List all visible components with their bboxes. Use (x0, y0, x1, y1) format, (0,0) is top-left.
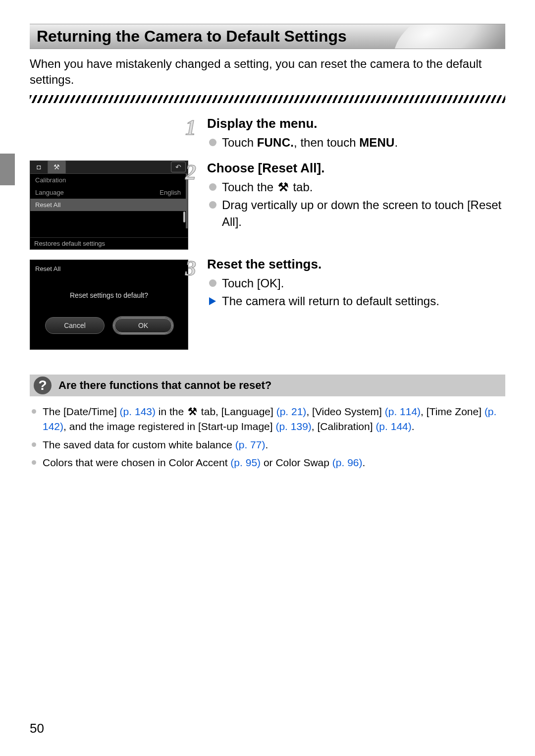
row-label: Language (35, 189, 64, 196)
step-text: , then touch (294, 136, 359, 149)
menu-row-empty (30, 211, 186, 223)
page-number: 50 (30, 721, 44, 736)
note-heading: Are there functions that cannot be reset… (58, 379, 271, 392)
step-line: Touch FUNC., then touch MENU. (207, 134, 505, 151)
note-text: , [Calibration] (312, 421, 376, 432)
question-mark-icon: ? (34, 377, 52, 394)
menu-row-reset-all[interactable]: Reset All (30, 199, 186, 211)
note-item: The saved data for custom white balance … (30, 437, 505, 452)
camera-screen-menu: ◘ ⚒ ↶ Calibration Language English (30, 161, 188, 250)
note-text: , [Video System] (306, 406, 384, 417)
step-number: 3 (185, 256, 196, 281)
step-line: Drag vertically up or down the screen to… (207, 197, 505, 230)
dialog-title: Reset All (34, 264, 184, 280)
steps-column: 1 Display the menu. Touch FUNC., then to… (202, 116, 505, 360)
step-text: Touch the (222, 180, 277, 194)
intro-text: When you have mistakenly changed a setti… (30, 56, 505, 88)
page-reference[interactable]: (p. 96) (332, 457, 363, 468)
note-text: . (363, 457, 366, 468)
step-number: 1 (185, 115, 196, 140)
note-text: , [Time Zone] (421, 406, 484, 417)
step-text: Touch (222, 136, 257, 149)
bullet-dot-icon (209, 201, 216, 209)
side-tab (0, 154, 15, 185)
step-line: The camera will return to default settin… (207, 293, 505, 310)
page-reference[interactable]: (p. 77) (235, 439, 266, 450)
hatched-divider (30, 95, 505, 103)
menu-row-language[interactable]: Language English (30, 186, 186, 199)
tools-icon: ⚒ (277, 179, 290, 196)
back-arrow-icon: ↶ (175, 163, 181, 171)
notes-list: The [Date/Time] (p. 143) in the ⚒ tab, [… (30, 404, 505, 471)
row-label: Calibration (35, 176, 66, 184)
row-label: Reset All (35, 201, 60, 209)
page-reference[interactable]: (p. 21) (276, 406, 307, 417)
steps-area: ◘ ⚒ ↶ Calibration Language English (30, 116, 505, 360)
step-3: 3 Reset the settings. Touch [OK]. The ca… (202, 257, 505, 309)
row-value: English (160, 189, 181, 196)
step-heading: Reset the settings. (207, 257, 505, 272)
back-button[interactable]: ↶ (171, 162, 186, 172)
bullet-dot-icon (209, 139, 216, 146)
scrollbar-thumb[interactable] (183, 212, 185, 222)
note-text: The [Date/Time] (43, 406, 120, 417)
camera-screen-confirm: Reset All Reset settings to default? Can… (30, 260, 188, 350)
note-heading-box: ? Are there functions that cannot be res… (30, 375, 505, 396)
dialog-buttons: Cancel OK (34, 317, 184, 334)
ok-button[interactable]: OK (113, 317, 173, 334)
step-number: 2 (185, 160, 196, 185)
page-reference[interactable]: (p. 95) (230, 457, 261, 468)
tools-icon: ⚒ (54, 163, 60, 171)
page-reference[interactable]: (p. 144) (375, 421, 411, 432)
tools-icon: ⚒ (187, 404, 198, 419)
menu-rows[interactable]: Calibration Language English Reset All (30, 174, 188, 228)
step-text: . (395, 136, 398, 149)
screen-footer-hint: Restores default settings (30, 237, 188, 249)
note-text: . (265, 439, 268, 450)
step-line: Touch the ⚒ tab. (207, 179, 505, 196)
note-text: The saved data for custom white balance (43, 439, 235, 450)
bullet-dot-icon (209, 183, 216, 191)
cancel-button[interactable]: Cancel (45, 317, 105, 334)
note-item: The [Date/Time] (p. 143) in the ⚒ tab, [… (30, 404, 505, 434)
note-item: Colors that were chosen in Color Accent … (30, 455, 505, 470)
screen-tabbar: ◘ ⚒ ↶ (30, 161, 188, 174)
note-text: tab, [Language] (198, 406, 276, 417)
note-text: in the (156, 406, 187, 417)
camera-icon: ◘ (37, 163, 41, 171)
note-text: or Color Swap (261, 457, 332, 468)
dialog-message: Reset settings to default? (34, 280, 184, 317)
step-2: 2 Choose [Reset All]. Touch the ⚒ tab. D… (202, 161, 505, 230)
result-arrow-icon (209, 297, 216, 305)
step-text: The camera will return to default settin… (222, 294, 439, 308)
step-1: 1 Display the menu. Touch FUNC., then to… (202, 116, 505, 151)
step-text: tab. (290, 180, 313, 194)
note-text: . (412, 421, 415, 432)
title-bar: Returning the Camera to Default Settings (30, 24, 505, 49)
page-title: Returning the Camera to Default Settings (37, 27, 498, 46)
step-heading: Choose [Reset All]. (207, 161, 505, 176)
step-heading: Display the menu. (207, 116, 505, 131)
step-line: Touch [OK]. (207, 275, 505, 292)
tools-tab-icon[interactable]: ⚒ (48, 161, 66, 173)
note-text: , and the image registered in [Start-up … (63, 421, 275, 432)
bullet-dot-icon (209, 279, 216, 287)
screenshot-column: ◘ ⚒ ↶ Calibration Language English (30, 116, 188, 360)
camera-tab-icon[interactable]: ◘ (30, 161, 48, 173)
page-reference[interactable]: (p. 143) (120, 406, 156, 417)
page-reference[interactable]: (p. 114) (385, 406, 421, 417)
menu-row-calibration[interactable]: Calibration (30, 174, 186, 186)
func-label: FUNC. (257, 136, 294, 149)
step-text: Touch [OK]. (222, 276, 284, 290)
page-reference[interactable]: (p. 139) (275, 421, 311, 432)
note-text: Colors that were chosen in Color Accent (43, 457, 230, 468)
menu-label: MENU (359, 136, 394, 149)
step-text: Drag vertically up or down the screen to… (222, 198, 501, 228)
